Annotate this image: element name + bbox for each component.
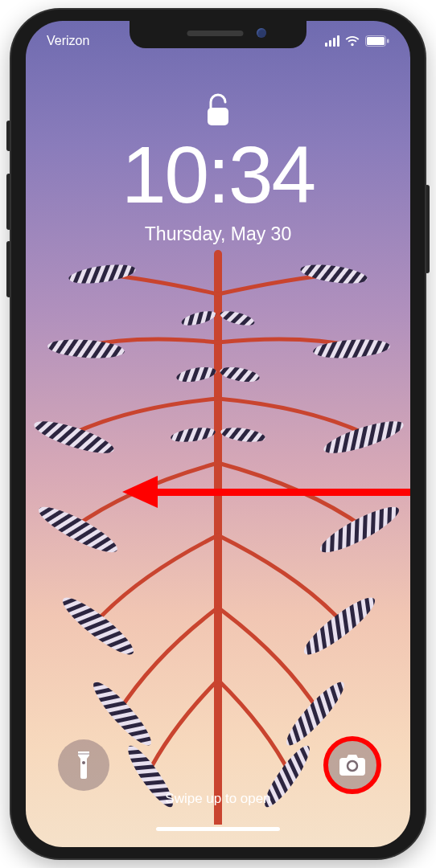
notch [130, 21, 306, 48]
svg-rect-3 [208, 108, 228, 125]
svg-point-16 [87, 676, 157, 751]
svg-point-22 [175, 365, 217, 384]
wifi-icon [344, 35, 360, 47]
flashlight-icon [73, 751, 94, 779]
svg-point-17 [280, 676, 350, 751]
flashlight-button[interactable] [58, 739, 109, 791]
wallpaper-plant [26, 246, 410, 825]
svg-point-14 [57, 591, 140, 661]
svg-point-24 [170, 425, 216, 444]
svg-point-13 [315, 500, 403, 560]
annotation-arrow [122, 479, 410, 503]
unlock-icon [206, 93, 230, 130]
svg-point-25 [220, 425, 266, 444]
home-indicator[interactable] [156, 827, 280, 831]
clock-date: Thursday, May 30 [26, 223, 410, 245]
svg-point-15 [298, 591, 381, 661]
svg-point-21 [219, 309, 256, 329]
camera-button[interactable] [327, 739, 378, 791]
phone-frame: Verizon [11, 10, 425, 858]
svg-rect-27 [78, 753, 89, 755]
cellular-signal-icon [325, 35, 339, 47]
svg-point-6 [68, 261, 137, 286]
camera-icon [339, 755, 365, 776]
status-icons [325, 35, 389, 47]
svg-point-12 [34, 500, 121, 560]
swipe-hint: Swipe up to open [26, 791, 410, 807]
svg-point-7 [299, 261, 368, 286]
side-button[interactable] [425, 185, 430, 273]
carrier-label: Verizon [47, 34, 89, 48]
svg-point-23 [219, 365, 261, 384]
lock-screen[interactable]: Verizon [26, 21, 410, 847]
svg-rect-1 [367, 37, 385, 45]
svg-point-26 [82, 761, 85, 764]
svg-rect-2 [387, 39, 389, 43]
battery-icon [365, 35, 389, 47]
svg-point-20 [180, 309, 217, 329]
clock-time: 10:34 [26, 129, 410, 221]
